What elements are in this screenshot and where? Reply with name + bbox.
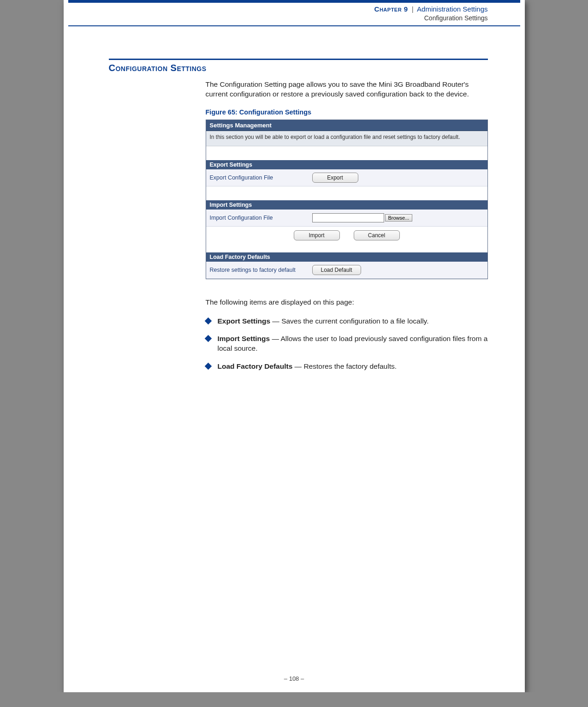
bullet-desc: — Restores the factory defaults. bbox=[292, 362, 397, 370]
export-row: Export Configuration File Export bbox=[206, 169, 487, 186]
panel-description: In this section you will be able to expo… bbox=[206, 131, 487, 146]
bullet-list: Export Settings — Saves the current conf… bbox=[206, 317, 488, 372]
export-label: Export Configuration File bbox=[210, 174, 312, 181]
bullet-desc: — Saves the current configuration to a f… bbox=[270, 317, 428, 325]
bullet-title: Import Settings bbox=[218, 335, 270, 342]
cancel-button[interactable]: Cancel bbox=[354, 230, 400, 240]
bullet-title: Export Settings bbox=[218, 317, 271, 325]
import-label: Import Configuration File bbox=[210, 215, 312, 221]
import-file-input[interactable] bbox=[312, 213, 384, 222]
settings-panel: Settings Management In this section you … bbox=[206, 120, 488, 279]
load-default-button[interactable]: Load Default bbox=[312, 265, 361, 275]
figure-caption: Figure 65: Configuration Settings bbox=[206, 108, 488, 116]
defaults-row: Restore settings to factory default Load… bbox=[206, 262, 487, 279]
diamond-icon bbox=[204, 363, 212, 370]
chapter-label: Chapter 9 bbox=[374, 5, 408, 13]
bullet-title: Load Factory Defaults bbox=[218, 362, 293, 370]
items-intro: The following items are displayed on thi… bbox=[206, 298, 488, 307]
export-settings-header: Export Settings bbox=[206, 160, 487, 169]
diamond-icon bbox=[204, 335, 212, 342]
import-button-row: Import Cancel bbox=[206, 227, 487, 244]
import-row: Import Configuration File Browse... bbox=[206, 210, 487, 227]
header-underline bbox=[68, 25, 520, 26]
section-heading: Configuration Settings bbox=[109, 63, 488, 73]
browse-button[interactable]: Browse... bbox=[385, 214, 413, 222]
export-button[interactable]: Export bbox=[312, 173, 358, 183]
import-button[interactable]: Import bbox=[294, 230, 340, 240]
page-header: Chapter 9 | Administration Settings Conf… bbox=[68, 3, 520, 25]
diamond-icon bbox=[204, 317, 212, 324]
page-number: – 108 – bbox=[284, 675, 304, 682]
section-title: Administration Settings bbox=[417, 5, 487, 13]
intro-paragraph: The Configuration Setting page allows yo… bbox=[206, 80, 488, 99]
list-item: Load Factory Defaults — Restores the fac… bbox=[206, 362, 488, 371]
panel-title: Settings Management bbox=[206, 120, 487, 131]
section-rule bbox=[109, 59, 488, 60]
page-footer: – 108 – bbox=[64, 675, 525, 682]
defaults-label: Restore settings to factory default bbox=[210, 267, 312, 273]
import-settings-header: Import Settings bbox=[206, 200, 487, 210]
subsection-title: Configuration Settings bbox=[68, 14, 488, 23]
load-defaults-header: Load Factory Defaults bbox=[206, 252, 487, 262]
list-item: Import Settings — Allows the user to loa… bbox=[206, 334, 488, 354]
list-item: Export Settings — Saves the current conf… bbox=[206, 317, 488, 326]
header-separator: | bbox=[412, 5, 414, 13]
